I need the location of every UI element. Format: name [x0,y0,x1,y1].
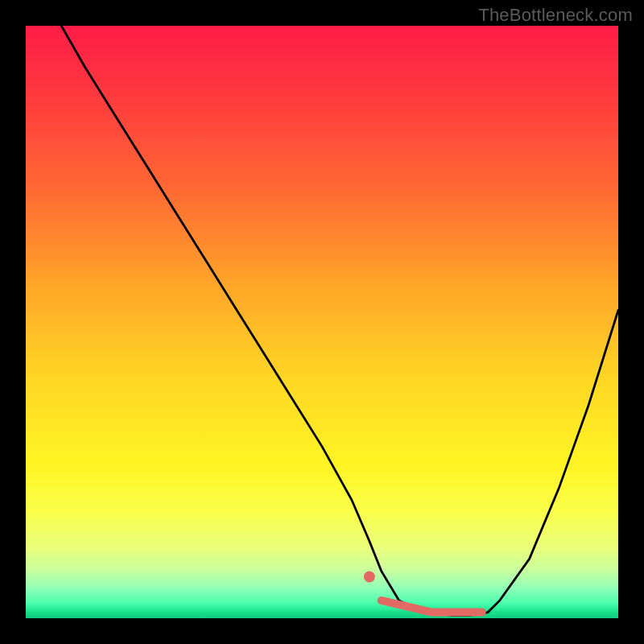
plot-area [26,26,618,618]
curve-line [61,26,618,615]
optimal-point-marker [364,572,375,583]
optimal-range-marker [382,601,482,613]
bottleneck-curve [26,26,618,618]
watermark-text: TheBottleneck.com [478,5,633,26]
chart-frame: TheBottleneck.com [0,0,644,644]
